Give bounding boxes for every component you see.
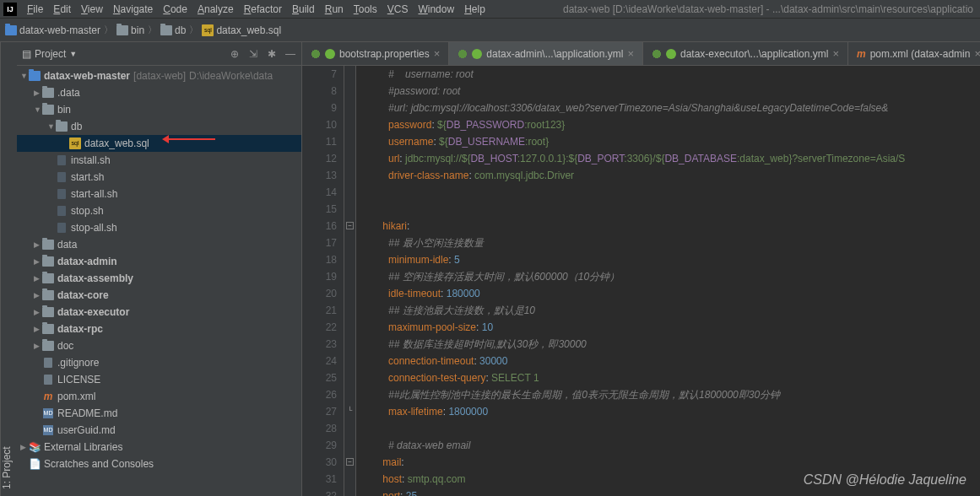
folder-icon (42, 105, 54, 115)
tree-arrow-icon[interactable] (34, 105, 42, 114)
hide-icon[interactable]: — (284, 48, 296, 60)
project-tree[interactable]: datax-web-master [datax-web] D:\ideaWork… (17, 66, 301, 496)
editor-tab[interactable]: bootstrap.properties× (302, 42, 449, 65)
fold-toggle-icon[interactable]: └ (346, 407, 354, 415)
tree-arrow-icon[interactable] (20, 443, 29, 451)
markdown-icon: MD (43, 425, 53, 435)
menu-view[interactable]: View (76, 2, 108, 17)
close-icon[interactable]: × (832, 47, 839, 60)
chevron-right-icon: 〉 (148, 24, 157, 36)
tree-arrow-icon[interactable] (34, 325, 42, 333)
folder-icon (42, 273, 54, 283)
tree-arrow-icon[interactable] (34, 274, 42, 283)
shell-file-icon (57, 155, 66, 165)
shell-file-icon (57, 206, 66, 216)
tree-arrow-icon[interactable] (34, 342, 42, 350)
tree-item--gitignore[interactable]: .gitignore (17, 354, 301, 371)
code-content[interactable]: # username: root #password: root #url: j… (356, 66, 980, 496)
file-icon (44, 358, 52, 368)
menu-run[interactable]: Run (320, 2, 349, 17)
tree-item-readme-md[interactable]: MDREADME.md (17, 405, 301, 422)
menu-build[interactable]: Build (287, 2, 320, 17)
shell-file-icon (57, 172, 66, 182)
tree-item-datax-web-master[interactable]: datax-web-master [datax-web] D:\ideaWork… (17, 67, 301, 84)
tree-item-pom-xml[interactable]: mpom.xml (17, 388, 301, 405)
project-panel-header: ▤ Project ▼ ⊕ ⇲ ✱ — (17, 42, 301, 66)
project-header-title: Project (35, 48, 66, 60)
tree-item-external-libraries[interactable]: 📚External Libraries (17, 439, 301, 456)
chevron-right-icon: 〉 (104, 24, 113, 36)
tree-item-start-all-sh[interactable]: start-all.sh (17, 186, 301, 202)
menu-help[interactable]: Help (459, 2, 490, 17)
tree-arrow-icon[interactable] (34, 291, 42, 299)
tree-item-datax-admin[interactable]: datax-admin (17, 253, 301, 270)
scratch-icon: 📄 (29, 458, 41, 470)
tree-item-doc[interactable]: doc (17, 337, 301, 354)
tree-item-license[interactable]: LICENSE (17, 371, 301, 388)
project-tool-tab[interactable]: 1: Project (0, 42, 17, 496)
tree-item-bin[interactable]: bin (17, 101, 301, 118)
tree-arrow-icon[interactable] (47, 122, 56, 131)
tree-item-datax-assembly[interactable]: datax-assembly (17, 270, 301, 287)
checkmark-icon (311, 49, 321, 59)
folder-icon (42, 307, 54, 317)
menu-file[interactable]: File (22, 2, 48, 17)
editor-tab[interactable]: mpom.xml (datax-admin× (848, 42, 980, 65)
library-icon: 📚 (29, 441, 41, 453)
tree-item-stop-all-sh[interactable]: stop-all.sh (17, 219, 301, 236)
line-gutter: 7891011121314151617181920212223242526272… (302, 66, 344, 496)
expand-icon[interactable]: ⇲ (247, 48, 259, 60)
editor-tab[interactable]: datax-admin\...\application.yml× (449, 42, 643, 65)
tree-item-scratches-and-consoles[interactable]: 📄Scratches and Consoles (17, 456, 301, 472)
folder-icon (160, 25, 172, 35)
menu-vcs[interactable]: VCS (382, 2, 414, 17)
tree-item-install-sh[interactable]: install.sh (17, 152, 301, 169)
tree-item-data[interactable]: data (17, 236, 301, 253)
editor-tab[interactable]: datax-executor\...\application.yml× (643, 42, 848, 65)
tree-arrow-icon[interactable] (34, 89, 42, 97)
menu-tools[interactable]: Tools (349, 2, 382, 17)
tree-item-userguid-md[interactable]: MDuserGuid.md (17, 422, 301, 439)
chevron-down-icon[interactable]: ▼ (69, 50, 77, 58)
tree-item-stop-sh[interactable]: stop.sh (17, 202, 301, 219)
tree-item-datax-executor[interactable]: datax-executor (17, 304, 301, 321)
menu-analyze[interactable]: Analyze (192, 2, 239, 17)
sql-file-icon: sql (69, 137, 81, 149)
menu-refactor[interactable]: Refactor (239, 2, 287, 17)
fold-toggle-icon[interactable]: − (346, 458, 354, 466)
close-icon[interactable]: × (974, 47, 980, 60)
tree-arrow-icon[interactable] (34, 257, 42, 266)
folder-icon (116, 25, 128, 35)
tree-arrow-icon[interactable] (34, 240, 42, 249)
tree-item-datax-core[interactable]: datax-core (17, 287, 301, 304)
sidebar: 1: Project ▤ Project ▼ ⊕ ⇲ ✱ — datax-web… (0, 42, 302, 496)
folder-icon (42, 341, 54, 351)
spring-icon (325, 49, 335, 59)
close-icon[interactable]: × (627, 47, 634, 60)
menu-edit[interactable]: Edit (48, 2, 76, 17)
menu-window[interactable]: Window (413, 2, 459, 17)
gear-icon[interactable]: ✱ (266, 48, 278, 60)
folder-icon (29, 71, 41, 81)
breadcrumb-item[interactable]: db (160, 24, 186, 36)
tree-arrow-icon[interactable] (34, 308, 42, 316)
ide-logo-icon: IJ (3, 3, 17, 16)
chevron-right-icon: 〉 (189, 24, 198, 36)
tree-item--data[interactable]: .data (17, 84, 301, 101)
tree-arrow-icon[interactable] (20, 72, 29, 80)
breadcrumb-bar: datax-web-master〉bin〉db〉sqldatax_web.sql (0, 19, 980, 42)
menu-navigate[interactable]: Navigate (108, 2, 158, 17)
fold-toggle-icon[interactable]: − (346, 222, 354, 229)
tree-item-datax-rpc[interactable]: datax-rpc (17, 321, 301, 337)
folder-icon (42, 324, 54, 334)
breadcrumb-item[interactable]: bin (116, 24, 144, 36)
locate-icon[interactable]: ⊕ (229, 48, 241, 60)
breadcrumb-item[interactable]: sqldatax_web.sql (202, 24, 281, 36)
close-icon[interactable]: × (434, 47, 441, 60)
breadcrumb-item[interactable]: datax-web-master (5, 24, 100, 36)
menu-code[interactable]: Code (158, 2, 192, 17)
tree-item-start-sh[interactable]: start.sh (17, 169, 301, 186)
tree-item-db[interactable]: db (17, 118, 301, 135)
code-editor[interactable]: 7891011121314151617181920212223242526272… (302, 66, 980, 496)
fold-gutter[interactable]: −└− (344, 66, 356, 496)
